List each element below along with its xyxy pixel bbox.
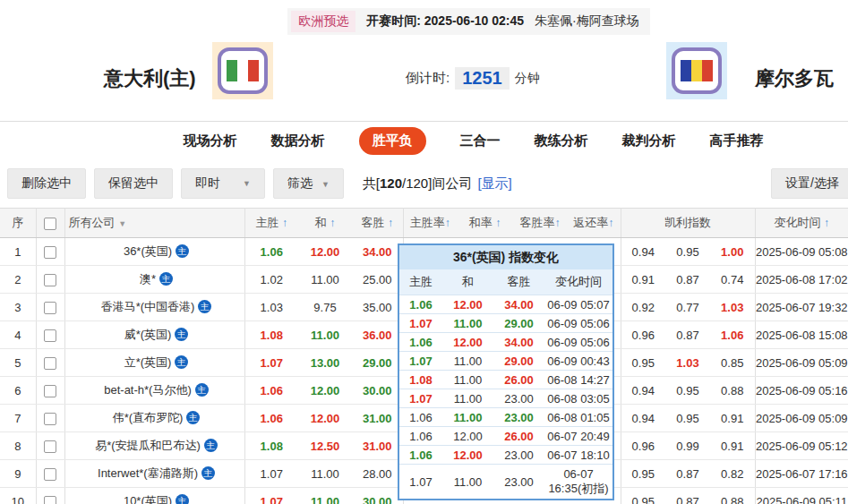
header-return-rate[interactable]: 返还率↑ [567, 209, 621, 238]
odds-cell[interactable]: 1.06 [244, 377, 298, 405]
kelly-cell: 0.96 [621, 432, 665, 460]
company-cell[interactable]: 伟*(直布罗陀)主 [64, 405, 244, 432]
odds-cell[interactable]: 1.08 [244, 432, 298, 460]
popup-row: 1.0711.0029.0006-09 00:43 [399, 352, 612, 371]
company-cell[interactable]: 香港马*(中国香港)主 [64, 294, 244, 321]
company-cell[interactable]: 威*(英国)主 [64, 321, 244, 349]
odds-cell[interactable]: 1.06 [244, 238, 298, 266]
tab[interactable]: 三合一 [460, 132, 501, 149]
company-cell[interactable]: 36*(英国)主 [64, 238, 244, 266]
row-checkbox[interactable] [44, 246, 56, 259]
popup-odds-cell: 11.00 [442, 314, 493, 333]
header-select-all [36, 209, 64, 238]
odds-cell[interactable]: 9.75 [298, 294, 352, 321]
delete-selected-button[interactable]: 删除选中 [7, 168, 86, 199]
company-cell[interactable]: 立*(英国)主 [64, 349, 244, 377]
header-home-odds[interactable]: 主胜 ↑ [244, 209, 298, 238]
odds-cell[interactable]: 1.03 [244, 294, 298, 321]
keep-selected-button[interactable]: 保留选中 [94, 168, 173, 199]
odds-cell[interactable]: 36.00 [352, 321, 403, 349]
odds-cell[interactable]: 30.00 [352, 377, 403, 405]
kelly-cell: 0.95 [665, 238, 710, 266]
odds-cell[interactable]: 12.50 [298, 432, 352, 460]
odds-cell[interactable]: 34.00 [352, 238, 403, 266]
row-checkbox[interactable] [44, 413, 56, 425]
header-away-rate[interactable]: 客胜率↑ [513, 209, 567, 238]
row-checkbox[interactable] [44, 385, 56, 397]
tab[interactable]: 现场分析 [184, 132, 237, 149]
chevron-down-icon: ▼ [321, 180, 330, 189]
popup-row: 1.0612.0034.0006-09 05:06 [399, 333, 612, 352]
popup-odds-cell: 1.06 [399, 427, 442, 446]
kelly-cell: 0.74 [710, 266, 755, 294]
row-checkbox[interactable] [44, 468, 56, 481]
header-home-rate[interactable]: 主胜率↑ [403, 209, 457, 238]
company-cell[interactable]: 10*(英国)主 [64, 488, 244, 504]
home-badge-icon: 主 [204, 439, 218, 452]
row-checkbox[interactable] [44, 496, 56, 504]
odds-cell[interactable]: 30.00 [352, 488, 403, 504]
tab[interactable]: 裁判分析 [622, 132, 676, 149]
checkbox-cell [36, 432, 64, 460]
row-checkbox[interactable] [44, 274, 56, 286]
filter-dropdown[interactable]: 筛选 ▼ [273, 168, 344, 199]
header-change-time[interactable]: 变化时间 ↑ [755, 209, 848, 238]
sort-asc-icon: ↑ [824, 217, 829, 229]
odds-cell[interactable]: 31.00 [352, 405, 403, 432]
popup-odds-cell: 11.00 [442, 389, 493, 408]
odds-cell[interactable]: 11.00 [298, 266, 352, 294]
league-badge[interactable]: 欧洲预选 [291, 11, 355, 32]
popup-odds-cell: 23.00 [493, 389, 544, 408]
time-filter-dropdown[interactable]: 即时 ▼ [181, 168, 265, 199]
header-draw-odds[interactable]: 和 ↑ [298, 209, 352, 238]
odds-cell[interactable]: 1.06 [244, 405, 298, 432]
popup-odds-cell: 11.00 [442, 408, 493, 427]
tab-active[interactable]: 胜平负 [359, 127, 426, 155]
header-draw-rate[interactable]: 和率 ↑ [457, 209, 513, 238]
row-number: 4 [0, 321, 36, 349]
odds-cell[interactable]: 1.07 [244, 460, 298, 488]
company-cell[interactable]: Interwet*(塞浦路斯)主 [64, 460, 244, 488]
kelly-cell: 0.94 [621, 377, 665, 405]
tab[interactable]: 教练分析 [535, 132, 588, 149]
odds-cell[interactable]: 11.00 [298, 460, 352, 488]
odds-cell[interactable]: 11.00 [298, 488, 352, 504]
odds-cell[interactable]: 1.08 [244, 321, 298, 349]
odds-cell[interactable]: 28.00 [352, 460, 403, 488]
sort-asc-icon: ↑ [555, 217, 561, 229]
odds-cell[interactable]: 25.00 [352, 266, 403, 294]
header-company[interactable]: 所有公司 ▼ [64, 209, 244, 238]
home-badge-icon: 主 [198, 300, 211, 313]
odds-cell[interactable]: 1.07 [244, 488, 298, 504]
row-checkbox[interactable] [44, 357, 56, 370]
away-team-flag [666, 42, 727, 99]
odds-cell[interactable]: 13.00 [298, 349, 352, 377]
kelly-cell: 1.03 [665, 349, 710, 377]
row-checkbox[interactable] [44, 302, 56, 314]
odds-cell[interactable]: 12.00 [298, 377, 352, 405]
header-away-odds[interactable]: 客胜 ↑ [352, 209, 403, 238]
tab[interactable]: 高手推荐 [710, 132, 764, 149]
odds-cell[interactable]: 12.00 [298, 238, 352, 266]
row-checkbox[interactable] [44, 329, 56, 342]
show-link[interactable]: [显示] [477, 175, 511, 191]
company-cell[interactable]: 易*(安提瓜和巴布达)主 [64, 432, 244, 460]
odds-cell[interactable]: 29.00 [352, 349, 403, 377]
company-cell[interactable]: bet-at-h*(马尔他)主 [64, 377, 244, 405]
settings-button[interactable]: 设置/选择 [771, 168, 848, 199]
odds-cell[interactable]: 1.02 [244, 266, 298, 294]
odds-cell[interactable]: 31.00 [352, 432, 403, 460]
odds-cell[interactable]: 1.07 [244, 349, 298, 377]
tab[interactable]: 数据分析 [271, 132, 325, 149]
home-badge-icon: 主 [195, 383, 209, 397]
odds-cell[interactable]: 12.00 [298, 405, 352, 432]
row-checkbox[interactable] [44, 440, 56, 453]
checkbox-cell [36, 405, 64, 432]
change-time-cell: 2025-06-07 17:16 [755, 460, 848, 488]
odds-cell[interactable]: 35.00 [352, 294, 403, 321]
company-cell[interactable]: 澳*主 [64, 266, 244, 294]
kelly-cell: 0.88 [710, 377, 755, 405]
select-all-checkbox[interactable] [44, 218, 56, 230]
countdown-label: 倒计时: [406, 70, 450, 87]
odds-cell[interactable]: 11.00 [298, 321, 352, 349]
